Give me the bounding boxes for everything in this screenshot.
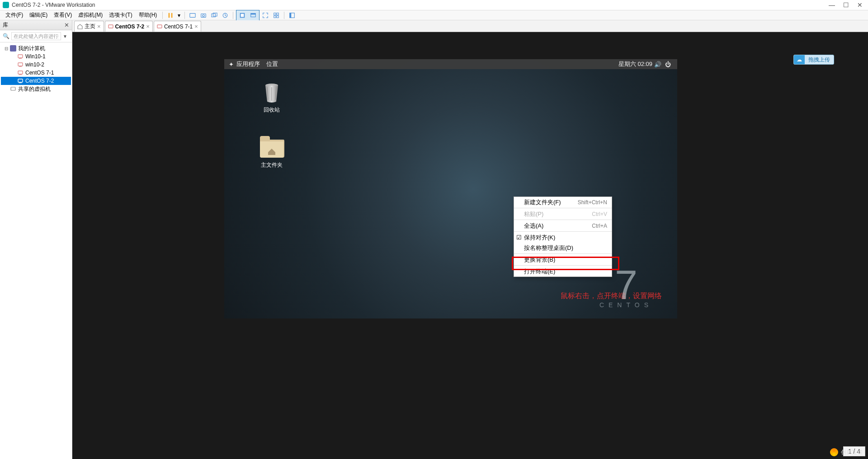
console-view-icon[interactable] <box>248 11 258 20</box>
tree-label: Win10-1 <box>25 53 46 60</box>
ctx-label: 新建文件夹(F) <box>524 198 561 206</box>
separator <box>514 253 612 254</box>
separator <box>162 12 163 19</box>
svg-rect-2 <box>190 13 195 17</box>
ctx-keep-aligned[interactable]: ☑ 保持对齐(K) <box>514 232 612 243</box>
tab-home[interactable]: 主页 × <box>74 21 104 32</box>
ctx-label: 粘贴(P) <box>524 210 543 218</box>
panel-applications[interactable]: 应用程序 <box>236 60 260 68</box>
menu-vm[interactable]: 虚拟机(M) <box>75 10 105 20</box>
ctx-select-all[interactable]: 全选(A) Ctrl+A <box>514 220 612 231</box>
ctx-new-folder[interactable]: 新建文件夹(F) Shift+Ctrl+N <box>514 197 612 207</box>
desktop-context-menu: 新建文件夹(F) Shift+Ctrl+N 粘贴(P) Ctrl+V 全选(A)… <box>514 197 612 277</box>
tab-centos71[interactable]: CentOS 7-1 × <box>154 21 201 32</box>
app-icon <box>3 2 9 8</box>
menu-help[interactable]: 帮助(H) <box>136 10 160 20</box>
menu-view[interactable]: 查看(V) <box>51 10 75 20</box>
svg-point-4 <box>203 14 204 16</box>
thumbnail-bar-icon[interactable] <box>287 11 297 20</box>
menubar: 文件(F) 编辑(E) 查看(V) 虚拟机(M) 选项卡(T) 帮助(H) ▾ <box>0 10 868 20</box>
separator <box>284 12 284 19</box>
shared-icon <box>10 86 16 92</box>
fit-window-icon[interactable] <box>237 11 247 20</box>
separator <box>233 12 233 19</box>
menu-edit[interactable]: 编辑(E) <box>27 10 50 20</box>
desktop-home[interactable]: 主文件夹 <box>251 135 292 169</box>
revert-icon[interactable] <box>220 11 230 20</box>
centos-version: 7 <box>599 269 653 301</box>
main-area: 主页 × CentOS 7-2 × CentOS 7-1 × ✦ 应用程序 位置… <box>72 20 868 459</box>
cloud-upload-button[interactable]: ☁ 拖拽上传 <box>793 55 834 65</box>
panel-clock[interactable]: 星期六 02:09 <box>618 60 652 68</box>
send-ctrl-alt-del-icon[interactable] <box>188 11 198 20</box>
svg-rect-18 <box>18 55 23 58</box>
ctx-label: 全选(A) <box>524 222 543 230</box>
tree-vm-win10-1[interactable]: Win10-1 <box>1 52 71 61</box>
cloud-icon: ☁ <box>794 55 805 64</box>
power-icon[interactable]: ⏻ <box>665 61 671 68</box>
desktop-trash[interactable]: 回收站 <box>251 82 292 114</box>
separator <box>514 265 612 266</box>
vm-icon <box>17 61 24 68</box>
svg-rect-13 <box>277 13 278 14</box>
unity-icon[interactable] <box>271 11 281 20</box>
tab-close-icon[interactable]: × <box>97 23 101 30</box>
svg-rect-5 <box>212 14 216 17</box>
library-search: 🔍 ▼ <box>0 30 72 42</box>
tree-vm-centos72[interactable]: CentOS 7-2 <box>1 77 71 85</box>
library-title: 库 <box>3 21 8 29</box>
computer-icon <box>10 45 16 52</box>
tree-vm-win10-2[interactable]: win10-2 <box>1 61 71 69</box>
tree-label: CentOS 7-1 <box>25 70 54 76</box>
svg-rect-1 <box>171 13 173 18</box>
ctx-open-terminal[interactable]: 打开终端(E) <box>514 266 612 276</box>
svg-rect-28 <box>157 25 162 28</box>
ctx-shortcut: Shift+Ctrl+N <box>578 199 607 206</box>
svg-rect-26 <box>11 87 15 90</box>
tree-label: 共享的虚拟机 <box>18 85 51 93</box>
maximize-button[interactable]: ☐ <box>843 1 849 9</box>
fullscreen-icon[interactable] <box>260 11 270 20</box>
snapshot-manager-icon[interactable] <box>209 11 219 20</box>
library-header: 库 ✕ <box>0 20 72 30</box>
menu-tabs[interactable]: 选项卡(T) <box>106 10 135 20</box>
vm-guest-screen[interactable]: ✦ 应用程序 位置 星期六 02:09 🔊 ⏻ 回收站 <box>224 59 677 318</box>
collapse-icon[interactable]: ⊟ <box>5 46 10 51</box>
close-button[interactable]: ✕ <box>857 1 863 9</box>
separator <box>514 208 612 208</box>
ctx-shortcut: Ctrl+A <box>592 223 607 229</box>
library-pane: 库 ✕ 🔍 ▼ ⊟ 我的计算机 Win10-1 win10-2 CentOS 7… <box>0 20 72 459</box>
desktop-home-label: 主文件夹 <box>261 162 283 168</box>
vm-stage[interactable]: ✦ 应用程序 位置 星期六 02:09 🔊 ⏻ 回收站 <box>72 32 868 459</box>
tab-close-icon[interactable]: × <box>194 23 198 30</box>
library-close-icon[interactable]: ✕ <box>64 22 69 28</box>
ctx-change-background[interactable]: 更换背景(B) <box>514 254 612 265</box>
vm-stage-outer: ✦ 应用程序 位置 星期六 02:09 🔊 ⏻ 回收站 <box>72 32 868 459</box>
minimize-button[interactable]: — <box>829 1 835 9</box>
ctx-label: 打开终端(E) <box>524 267 555 276</box>
tree-vm-centos71[interactable]: CentOS 7-1 <box>1 69 71 77</box>
svg-rect-15 <box>277 15 278 17</box>
snapshot-icon[interactable] <box>198 11 208 20</box>
library-search-input[interactable] <box>11 32 61 40</box>
tree-shared[interactable]: 共享的虚拟机 <box>1 85 71 93</box>
tab-label: 主页 <box>85 23 95 30</box>
tab-centos72[interactable]: CentOS 7-2 × <box>105 21 153 32</box>
dropdown-icon[interactable]: ▾ <box>176 11 182 20</box>
cloud-upload-label: 拖拽上传 <box>805 56 834 64</box>
menu-file[interactable]: 文件(F) <box>3 10 26 20</box>
ctx-organize[interactable]: 按名称整理桌面(D) <box>514 243 612 253</box>
pause-button[interactable] <box>165 11 175 20</box>
separator <box>514 220 612 220</box>
brand-watermark: 创新互联 <box>830 448 863 456</box>
tab-close-icon[interactable]: × <box>146 23 150 30</box>
tree-label: 我的计算机 <box>18 45 45 52</box>
svg-rect-0 <box>169 13 170 18</box>
search-dropdown-icon[interactable]: ▼ <box>63 34 67 39</box>
vm-icon <box>17 70 24 76</box>
tree-root-mycomputer[interactable]: ⊟ 我的计算机 <box>1 44 71 52</box>
panel-places[interactable]: 位置 <box>266 60 278 68</box>
svg-rect-24 <box>18 79 23 82</box>
separator <box>514 231 612 232</box>
volume-icon[interactable]: 🔊 <box>654 61 661 68</box>
